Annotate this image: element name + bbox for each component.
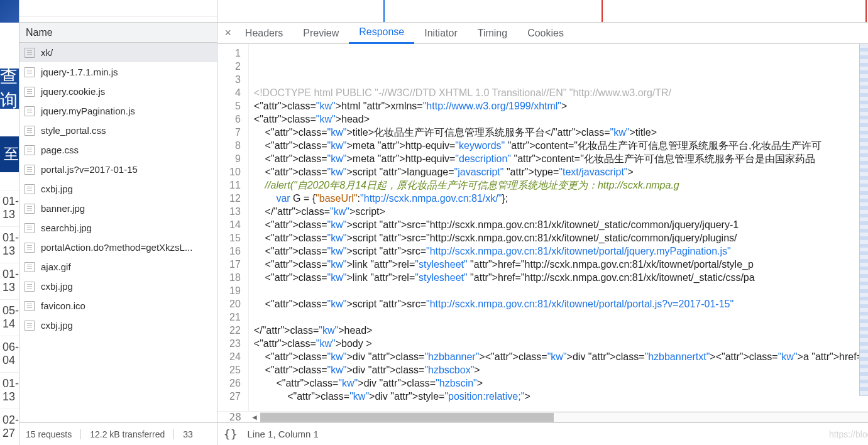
request-name: searchbj.jpg	[41, 222, 92, 233]
network-request-item[interactable]: style_portal.css	[19, 121, 217, 140]
close-detail-button[interactable]: ×	[221, 26, 235, 40]
code-line[interactable]: <"attr">class="kw">link "attr">rel="styl…	[254, 271, 868, 284]
network-request-item[interactable]: jquery-1.7.1.min.js	[19, 62, 217, 82]
pretty-print-icon[interactable]: {}	[224, 427, 238, 441]
request-name: jquery-1.7.1.min.js	[41, 67, 118, 77]
tab-timing[interactable]: Timing	[468, 23, 517, 44]
code-gutter: 1234567891011121314151617181920212223242…	[217, 44, 249, 411]
request-name: banner.jpg	[41, 203, 85, 214]
code-line[interactable]: <"attr">class="kw">link "attr">rel="styl…	[254, 258, 868, 271]
file-icon	[25, 48, 35, 58]
code-line[interactable]: <"attr">class="kw">div "attr">class="hzb…	[254, 363, 868, 376]
scroll-left-arrow[interactable]: ◄	[249, 413, 260, 422]
code-line[interactable]: <"attr">class="kw">body >	[254, 337, 868, 350]
code-line[interactable]: </"attr">class="kw">script>	[254, 205, 868, 218]
code-line[interactable]	[254, 310, 868, 324]
code-line[interactable]	[254, 47, 868, 60]
network-status-bar: 15 requests 12.2 kB transferred 33	[19, 422, 217, 445]
scrollbar-track[interactable]	[260, 412, 868, 422]
ruler-tick	[383, 0, 385, 22]
file-icon	[25, 67, 35, 77]
minimap-scrollbar[interactable]	[859, 44, 868, 396]
tab-response[interactable]: Response	[349, 23, 414, 44]
network-request-item[interactable]: xk/	[19, 43, 217, 62]
ruler-tick	[865, 0, 867, 22]
request-name: portalAction.do?method=getXkzsL...	[41, 242, 192, 253]
network-timeline[interactable]	[19, 0, 217, 23]
code-line[interactable]: //alert("自2020年8月14日起，原化妆品生产许可信息管理系统地址变更…	[254, 179, 868, 192]
transferred-size: 12.2 kB transferred	[90, 429, 174, 439]
status-extra: 33	[183, 429, 202, 439]
network-column-header[interactable]: Name	[19, 23, 217, 43]
file-icon	[25, 126, 35, 136]
code-line[interactable]: </"attr">class="kw">head>	[254, 324, 868, 337]
file-icon	[25, 184, 35, 194]
to-button[interactable]: 至	[0, 136, 19, 172]
network-request-item[interactable]: banner.jpg	[19, 199, 217, 218]
request-name: page.css	[41, 145, 79, 155]
request-name: style_portal.css	[41, 125, 106, 136]
network-request-list[interactable]: xk/jquery-1.7.1.min.jsjquery.cookie.jsjq…	[19, 43, 217, 422]
request-name: cxbj.jpg	[41, 320, 73, 331]
last-line-number: 28	[217, 411, 249, 423]
request-name: cxbj.jpg	[41, 281, 73, 292]
code-line[interactable]: <"attr">class="kw">div "attr">style="pos…	[254, 390, 868, 403]
code-line[interactable]	[254, 284, 868, 297]
code-line[interactable]: <!DOCTYPE html PUBLIC "-//W3C//DTD XHTML…	[254, 86, 868, 99]
query-button[interactable]: 查询	[0, 69, 19, 109]
tab-headers[interactable]: Headers	[235, 23, 293, 44]
request-name: favicon.ico	[41, 300, 85, 311]
code-line[interactable]: <"attr">class="kw">meta "attr">http-equi…	[254, 139, 868, 152]
cursor-position: Line 1, Column 1	[248, 429, 319, 439]
code-line[interactable]: <"attr">class="kw">script "attr">languag…	[254, 165, 868, 179]
code-line[interactable]: <"attr">class="kw">script "attr">src="ht…	[254, 297, 868, 310]
network-request-item[interactable]: searchbj.jpg	[19, 218, 217, 238]
date-entry: 02-27	[0, 409, 19, 445]
network-request-item[interactable]: ajax.gif	[19, 257, 217, 277]
code-line[interactable]: <"attr">class="kw">meta "attr">http-equi…	[254, 152, 868, 165]
network-request-item[interactable]: portalAction.do?method=getXkzsL...	[19, 238, 217, 257]
network-request-item[interactable]: jquery.myPagination.js	[19, 101, 217, 121]
tab-cookies[interactable]: Cookies	[517, 23, 574, 44]
ruler-tick	[602, 0, 603, 22]
timeline-ruler[interactable]	[217, 0, 868, 23]
network-request-item[interactable]: portal.js?v=2017-01-15	[19, 160, 217, 179]
response-footer: {} Line 1, Column 1 https://blog.csdn.ne…	[217, 422, 868, 445]
file-icon	[25, 243, 35, 253]
request-name: ajax.gif	[41, 261, 71, 272]
response-code-area[interactable]: 1234567891011121314151617181920212223242…	[217, 44, 868, 411]
network-request-item[interactable]: favicon.ico	[19, 296, 217, 316]
code-line[interactable]	[254, 60, 868, 73]
requests-count: 15 requests	[26, 429, 81, 439]
code-line[interactable]: <"attr">class="kw">script "attr">src="ht…	[254, 244, 868, 258]
tab-initiator[interactable]: Initiator	[414, 23, 467, 44]
file-icon	[25, 165, 35, 175]
code-line[interactable]: <"attr">class="kw">title>化妆品生产许可信息管理系统服务…	[254, 126, 868, 139]
network-request-item[interactable]: jquery.cookie.js	[19, 82, 217, 101]
network-panel: Name xk/jquery-1.7.1.min.jsjquery.cookie…	[19, 0, 217, 445]
code-line[interactable]: <"attr">class="kw">script "attr">src="ht…	[254, 231, 868, 244]
code-line[interactable]: <"attr">class="kw">html "attr">xmlns="ht…	[254, 99, 868, 113]
code-line[interactable]: <"attr">class="kw">div "attr">class="hzb…	[254, 350, 868, 363]
code-line[interactable]: <"attr">class="kw">div "attr">class="hzb…	[254, 376, 868, 390]
network-request-item[interactable]: page.css	[19, 140, 217, 160]
file-icon	[25, 87, 35, 97]
code-line[interactable]: var G = {"baseUrl":"http://scxk.nmpa.gov…	[254, 192, 868, 205]
horizontal-scrollbar-row: 28 ◄ ►	[217, 411, 868, 422]
scrollbar-thumb[interactable]	[260, 413, 554, 422]
detail-tabs: × HeadersPreviewResponseInitiatorTimingC…	[217, 23, 868, 44]
date-entry: 01-13	[0, 372, 19, 409]
request-name: jquery.cookie.js	[41, 86, 105, 97]
code-content[interactable]: <!DOCTYPE html PUBLIC "-//W3C//DTD XHTML…	[249, 44, 868, 411]
page-left-strip: 查询 至 01-1301-1301-1305-1406-0401-1302-27	[0, 0, 19, 445]
network-request-item[interactable]: cxbj.jpg	[19, 277, 217, 296]
date-entry: 05-14	[0, 299, 19, 336]
watermark-text: https://blog.csdn.net/znevegiveup1	[829, 429, 868, 439]
code-line[interactable]	[254, 73, 868, 86]
tab-preview[interactable]: Preview	[293, 23, 349, 44]
network-request-item[interactable]: cxbj.jpg	[19, 179, 217, 199]
network-request-item[interactable]: cxbj.jpg	[19, 316, 217, 335]
code-line[interactable]: <"attr">class="kw">head>	[254, 113, 868, 126]
code-line[interactable]: <"attr">class="kw">script "attr">src="ht…	[254, 218, 868, 231]
file-icon	[25, 204, 35, 214]
